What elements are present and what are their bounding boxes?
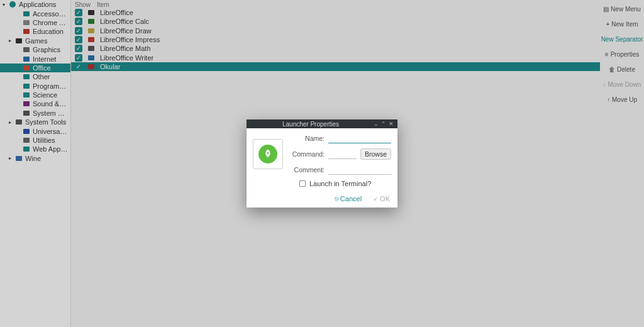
dialog-titlebar[interactable]: Launcher Properties ⌄ ⌃ ✕: [247, 119, 397, 128]
modal-overlay: Launcher Properties ⌄ ⌃ ✕ Name: Command:: [0, 0, 644, 327]
launcher-properties-dialog: Launcher Properties ⌄ ⌃ ✕ Name: Command:: [247, 119, 397, 208]
window-minimize-icon[interactable]: ⌄: [372, 121, 380, 127]
command-input[interactable]: [328, 149, 357, 159]
window-close-icon[interactable]: ✕: [387, 121, 395, 127]
check-icon: ✓: [373, 196, 378, 202]
rocket-icon: [258, 145, 277, 164]
launcher-icon-chooser[interactable]: [253, 139, 283, 169]
dialog-title: Launcher Properties: [249, 121, 372, 128]
window-maximize-icon[interactable]: ⌃: [380, 121, 387, 127]
terminal-label: Launch in Terminal?: [309, 180, 371, 187]
ok-button[interactable]: ✓ OK: [373, 195, 390, 202]
command-label: Command:: [287, 150, 325, 158]
terminal-checkbox[interactable]: [299, 180, 306, 187]
cancel-icon: ⦸: [335, 195, 338, 202]
browse-button[interactable]: Browse: [360, 148, 391, 160]
name-label: Name:: [287, 135, 325, 142]
comment-input[interactable]: [328, 165, 391, 175]
menu-editor-main: ▾ Applications AccessoriesChrome AppsEdu…: [0, 0, 644, 327]
dialog-body: Name: Command: Browse Comment: Launch in…: [247, 128, 397, 208]
cancel-button[interactable]: ⦸ Cancel: [335, 195, 362, 202]
comment-label: Comment:: [287, 166, 325, 174]
name-input[interactable]: [328, 133, 391, 143]
